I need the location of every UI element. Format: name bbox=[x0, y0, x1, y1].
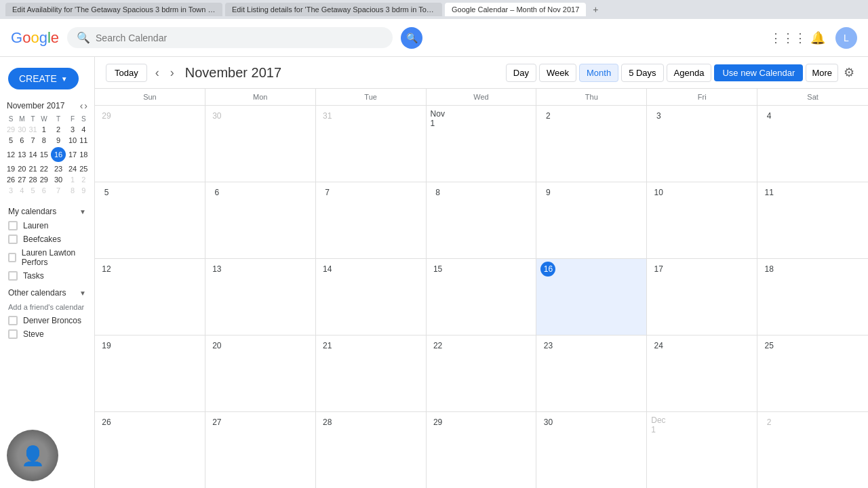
tab-airbnb-availability[interactable]: Edit Availability for 'The Getaway Spaci… bbox=[5, 3, 222, 16]
mini-cal-day[interactable]: 30 bbox=[16, 124, 27, 135]
calendar-day-cell[interactable]: 17 bbox=[647, 259, 757, 335]
calendar-checkbox[interactable] bbox=[8, 221, 18, 230]
mini-cal-day[interactable]: 5 bbox=[5, 135, 16, 146]
mini-cal-day[interactable]: 6 bbox=[39, 185, 50, 196]
more-options-button[interactable]: More bbox=[806, 64, 838, 82]
my-calendar-item[interactable]: Lauren Lawton Perfors bbox=[0, 246, 94, 269]
calendar-checkbox[interactable] bbox=[8, 329, 18, 339]
calendar-day-cell[interactable]: 25 bbox=[757, 336, 868, 411]
mini-cal-day[interactable]: 30 bbox=[50, 174, 67, 185]
calendar-day-cell[interactable]: 24 bbox=[647, 336, 757, 411]
new-tab-button[interactable]: + bbox=[589, 4, 602, 15]
calendar-day-cell[interactable]: 14 bbox=[316, 259, 427, 335]
mini-cal-day[interactable]: 31 bbox=[28, 124, 39, 135]
mini-cal-day[interactable]: 5 bbox=[28, 185, 39, 196]
calendar-day-cell[interactable]: 20 bbox=[205, 336, 316, 411]
mini-cal-prev[interactable]: ‹ bbox=[80, 100, 83, 111]
user-avatar[interactable]: L bbox=[835, 27, 857, 49]
mini-cal-day[interactable]: 4 bbox=[16, 185, 27, 196]
view-agenda-button[interactable]: Agenda bbox=[667, 64, 712, 82]
calendar-day-cell[interactable]: 21 bbox=[316, 336, 427, 411]
calendar-day-cell[interactable]: 15 bbox=[427, 259, 537, 335]
mini-cal-day[interactable]: 29 bbox=[39, 174, 50, 185]
calendar-day-cell[interactable]: 29 bbox=[427, 412, 537, 488]
mini-cal-day[interactable]: 20 bbox=[16, 163, 27, 174]
mini-cal-day[interactable]: 22 bbox=[39, 163, 50, 174]
my-calendar-item[interactable]: Tasks bbox=[0, 269, 94, 283]
mini-cal-day[interactable]: 26 bbox=[5, 174, 16, 185]
mini-cal-day[interactable]: 8 bbox=[67, 185, 78, 196]
mini-cal-day[interactable]: 7 bbox=[28, 135, 39, 146]
calendar-day-cell[interactable]: Nov 1 bbox=[427, 106, 537, 182]
calendar-checkbox[interactable] bbox=[8, 271, 18, 281]
mini-cal-day[interactable]: 11 bbox=[78, 135, 89, 146]
mini-cal-day[interactable]: 2 bbox=[50, 124, 67, 135]
mini-cal-day[interactable]: 3 bbox=[67, 124, 78, 135]
calendar-day-cell[interactable]: 9 bbox=[536, 182, 647, 258]
search-button[interactable]: 🔍 bbox=[401, 27, 422, 49]
mini-cal-day[interactable]: 23 bbox=[50, 163, 67, 174]
mini-cal-day[interactable]: 8 bbox=[39, 135, 50, 146]
calendar-day-cell[interactable]: 4 bbox=[757, 106, 868, 182]
notifications-button[interactable]: 🔔 bbox=[806, 26, 830, 50]
calendar-checkbox[interactable] bbox=[8, 253, 16, 262]
calendar-day-cell[interactable]: 6 bbox=[205, 182, 316, 258]
mini-cal-day[interactable]: 10 bbox=[67, 135, 78, 146]
search-input[interactable] bbox=[96, 33, 383, 43]
mini-cal-day[interactable]: 27 bbox=[16, 174, 27, 185]
calendar-day-cell[interactable]: 3 bbox=[647, 106, 757, 182]
tab-google-calendar[interactable]: Google Calendar – Month of Nov 2017 bbox=[445, 3, 586, 16]
calendar-day-cell[interactable]: 2 bbox=[757, 412, 868, 488]
calendar-checkbox[interactable] bbox=[8, 316, 18, 325]
calendar-day-cell[interactable]: 13 bbox=[205, 259, 316, 335]
calendar-day-cell[interactable]: 18 bbox=[757, 259, 868, 335]
calendar-day-cell[interactable]: 12 bbox=[95, 259, 205, 335]
mini-cal-day[interactable]: 9 bbox=[78, 185, 89, 196]
mini-cal-day[interactable]: 24 bbox=[67, 163, 78, 174]
view-month-button[interactable]: Month bbox=[579, 64, 618, 82]
mini-cal-day[interactable]: 2 bbox=[78, 174, 89, 185]
calendar-day-cell[interactable]: 7 bbox=[316, 182, 427, 258]
mini-cal-day[interactable]: 19 bbox=[5, 163, 16, 174]
use-new-calendar-button[interactable]: Use new Calendar bbox=[714, 64, 803, 81]
calendar-day-cell[interactable]: 26 bbox=[95, 412, 205, 488]
calendar-checkbox[interactable] bbox=[8, 235, 18, 244]
mini-cal-day[interactable]: 25 bbox=[78, 163, 89, 174]
calendar-day-cell[interactable]: 16 bbox=[536, 259, 647, 335]
mini-cal-day[interactable]: 7 bbox=[50, 185, 67, 196]
mini-cal-day[interactable]: 28 bbox=[28, 174, 39, 185]
mini-cal-day[interactable]: 6 bbox=[16, 135, 27, 146]
mini-cal-day[interactable]: 1 bbox=[67, 174, 78, 185]
mini-cal-day[interactable]: 17 bbox=[67, 146, 78, 163]
settings-button[interactable]: ⚙ bbox=[841, 62, 857, 83]
tab-airbnb-listing[interactable]: Edit Listing details for 'The Getaway Sp… bbox=[225, 3, 442, 16]
prev-month-button[interactable]: ‹ bbox=[153, 63, 162, 83]
my-calendar-item[interactable]: Beefcakes bbox=[0, 232, 94, 246]
view-5days-button[interactable]: 5 Days bbox=[621, 64, 663, 82]
calendar-day-cell[interactable]: 22 bbox=[427, 336, 537, 411]
today-button[interactable]: Today bbox=[106, 64, 147, 82]
mini-cal-day[interactable]: 1 bbox=[39, 124, 50, 135]
next-month-button[interactable]: › bbox=[167, 63, 177, 83]
other-calendar-item[interactable]: Steve bbox=[0, 327, 94, 341]
calendar-day-cell[interactable]: 30 bbox=[536, 412, 647, 488]
my-calendars-section-header[interactable]: My calendars ▼ bbox=[0, 201, 94, 219]
mini-cal-day[interactable]: 16 bbox=[50, 146, 67, 163]
mini-cal-day[interactable]: 14 bbox=[28, 146, 39, 163]
view-day-button[interactable]: Day bbox=[506, 64, 536, 82]
other-calendars-section-header[interactable]: Other calendars ▼ bbox=[0, 283, 94, 300]
mini-cal-day[interactable]: 29 bbox=[5, 124, 16, 135]
calendar-day-cell[interactable]: Dec 1 bbox=[647, 412, 757, 488]
mini-cal-day[interactable]: 13 bbox=[16, 146, 27, 163]
view-week-button[interactable]: Week bbox=[539, 64, 576, 82]
add-friend-input[interactable]: Add a friend's calendar bbox=[0, 300, 94, 314]
calendar-day-cell[interactable]: 5 bbox=[95, 182, 205, 258]
calendar-day-cell[interactable]: 2 bbox=[536, 106, 647, 182]
calendar-day-cell[interactable]: 23 bbox=[536, 336, 647, 411]
mini-cal-day[interactable]: 18 bbox=[78, 146, 89, 163]
calendar-day-cell[interactable]: 8 bbox=[427, 182, 537, 258]
mini-cal-day[interactable]: 12 bbox=[5, 146, 16, 163]
mini-cal-day[interactable]: 3 bbox=[5, 185, 16, 196]
calendar-day-cell[interactable]: 10 bbox=[647, 182, 757, 258]
calendar-day-cell[interactable]: 30 bbox=[205, 106, 316, 182]
